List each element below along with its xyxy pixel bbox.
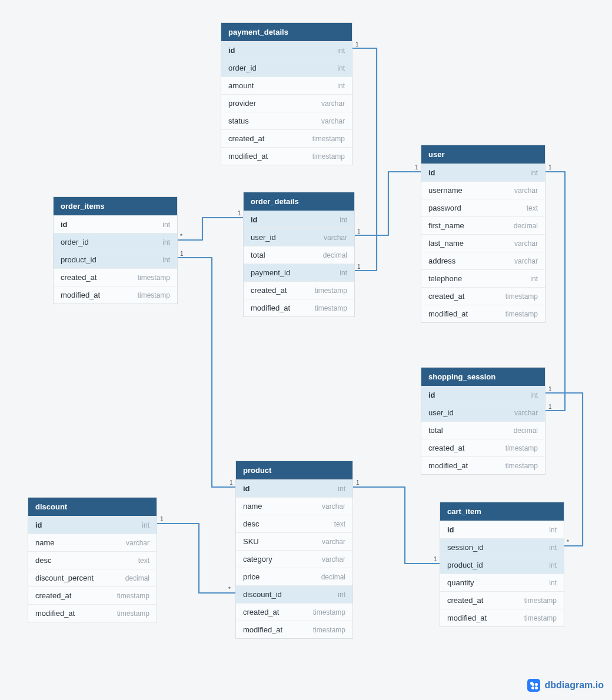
column-row[interactable]: discount_idint	[236, 585, 352, 603]
column-type: decimal	[323, 251, 347, 259]
column-type: timestamp	[315, 286, 347, 295]
column-row[interactable]: modified_attimestamp	[421, 456, 545, 474]
cardinality-label: 1	[180, 251, 184, 257]
column-row[interactable]: totaldecimal	[421, 421, 545, 439]
column-row[interactable]: session_idint	[440, 538, 564, 556]
column-row[interactable]: created_attimestamp	[244, 281, 354, 299]
column-type: timestamp	[312, 152, 345, 161]
entity-shopping_session[interactable]: shopping_sessionidintuser_idvarchartotal…	[421, 367, 546, 475]
column-row[interactable]: SKUvarchar	[236, 532, 352, 550]
column-name: product_id	[61, 255, 97, 264]
column-name: id	[243, 484, 250, 493]
column-row[interactable]: order_idint	[221, 59, 352, 76]
column-row[interactable]: pricedecimal	[236, 568, 352, 585]
column-row[interactable]: providervarchar	[221, 94, 352, 112]
column-row[interactable]: idint	[28, 516, 157, 534]
column-row[interactable]: idint	[421, 164, 545, 181]
column-row[interactable]: payment_idint	[244, 264, 354, 281]
column-row[interactable]: created_attimestamp	[54, 268, 177, 286]
entity-header[interactable]: payment_details	[221, 23, 352, 41]
column-row[interactable]: created_attimestamp	[221, 129, 352, 147]
column-row[interactable]: idint	[440, 521, 564, 538]
column-type: int	[530, 275, 538, 283]
column-row[interactable]: namevarchar	[28, 534, 157, 551]
column-row[interactable]: product_idint	[54, 251, 177, 268]
column-row[interactable]: last_namevarchar	[421, 234, 545, 252]
column-row[interactable]: totaldecimal	[244, 246, 354, 264]
cardinality-label: 1	[548, 164, 552, 171]
column-type: int	[549, 544, 557, 552]
column-name: password	[428, 204, 461, 212]
entity-header[interactable]: cart_item	[440, 502, 564, 521]
column-row[interactable]: created_attimestamp	[421, 439, 545, 456]
column-row[interactable]: created_attimestamp	[421, 287, 545, 305]
column-name: id	[228, 46, 235, 55]
column-row[interactable]: desctext	[236, 515, 352, 532]
cardinality-label: 1	[357, 228, 361, 235]
column-name: modified_at	[243, 625, 282, 634]
column-row[interactable]: amountint	[221, 76, 352, 94]
entity-header[interactable]: order_items	[54, 197, 177, 215]
column-row[interactable]: telephoneint	[421, 269, 545, 287]
column-row[interactable]: modified_attimestamp	[54, 286, 177, 304]
column-row[interactable]: idint	[244, 211, 354, 228]
column-row[interactable]: modified_attimestamp	[440, 609, 564, 626]
column-row[interactable]: statusvarchar	[221, 112, 352, 129]
entity-header[interactable]: order_details	[244, 192, 354, 211]
entity-cart_item[interactable]: cart_itemidintsession_idintproduct_idint…	[440, 502, 564, 627]
column-name: price	[243, 572, 260, 581]
column-row[interactable]: discount_percentdecimal	[28, 569, 157, 586]
column-row[interactable]: idint	[221, 41, 352, 59]
entity-payment_details[interactable]: payment_detailsidintorder_idintamountint…	[221, 22, 352, 165]
column-name: modified_at	[35, 609, 75, 618]
column-row[interactable]: modified_attimestamp	[244, 299, 354, 316]
column-type: varchar	[321, 99, 345, 108]
column-row[interactable]: addressvarchar	[421, 252, 545, 269]
cardinality-label: 1	[357, 264, 361, 270]
column-row[interactable]: modified_attimestamp	[236, 621, 352, 638]
column-name: desc	[243, 519, 259, 528]
entity-header[interactable]: discount	[28, 498, 157, 516]
column-row[interactable]: created_attimestamp	[440, 591, 564, 609]
column-type: varchar	[321, 117, 345, 125]
column-type: int	[337, 46, 345, 55]
column-row[interactable]: product_idint	[440, 556, 564, 574]
column-row[interactable]: modified_attimestamp	[28, 604, 157, 622]
column-row[interactable]: namevarchar	[236, 497, 352, 515]
cardinality-label: 1	[230, 479, 233, 486]
column-name: product_id	[447, 561, 483, 569]
column-row[interactable]: user_idvarchar	[244, 228, 354, 246]
column-name: created_at	[243, 608, 279, 616]
column-row[interactable]: categoryvarchar	[236, 550, 352, 568]
column-row[interactable]: created_attimestamp	[28, 586, 157, 604]
column-row[interactable]: idint	[54, 215, 177, 233]
entity-header[interactable]: shopping_session	[421, 368, 545, 386]
column-type: varchar	[514, 257, 538, 265]
column-type: int	[142, 521, 149, 529]
column-row[interactable]: usernamevarchar	[421, 181, 545, 199]
column-row[interactable]: order_idint	[54, 233, 177, 251]
entity-header[interactable]: product	[236, 461, 352, 479]
column-name: id	[428, 168, 435, 177]
column-row[interactable]: user_idvarchar	[421, 404, 545, 421]
column-type: varchar	[514, 409, 538, 417]
column-type: timestamp	[315, 304, 347, 312]
column-row[interactable]: modified_attimestamp	[421, 305, 545, 322]
column-row[interactable]: desctext	[28, 551, 157, 569]
column-row[interactable]: created_attimestamp	[236, 603, 352, 621]
column-name: id	[428, 391, 435, 399]
entity-header[interactable]: user	[421, 145, 545, 164]
entity-product[interactable]: productidintnamevarchardesctextSKUvarcha…	[235, 461, 353, 639]
entity-order_details[interactable]: order_detailsidintuser_idvarchartotaldec…	[243, 192, 355, 317]
entity-discount[interactable]: discountidintnamevarchardesctextdiscount…	[28, 497, 157, 622]
entity-user[interactable]: useridintusernamevarcharpasswordtextfirs…	[421, 145, 546, 323]
column-row[interactable]: quantityint	[440, 574, 564, 591]
cardinality-label: 1	[355, 41, 359, 48]
column-type: int	[337, 64, 345, 72]
column-row[interactable]: idint	[421, 386, 545, 404]
column-row[interactable]: first_namedecimal	[421, 216, 545, 234]
column-row[interactable]: idint	[236, 479, 352, 497]
column-row[interactable]: passwordtext	[421, 199, 545, 216]
column-row[interactable]: modified_attimestamp	[221, 147, 352, 165]
entity-order_items[interactable]: order_itemsidintorder_idintproduct_idint…	[53, 196, 178, 304]
